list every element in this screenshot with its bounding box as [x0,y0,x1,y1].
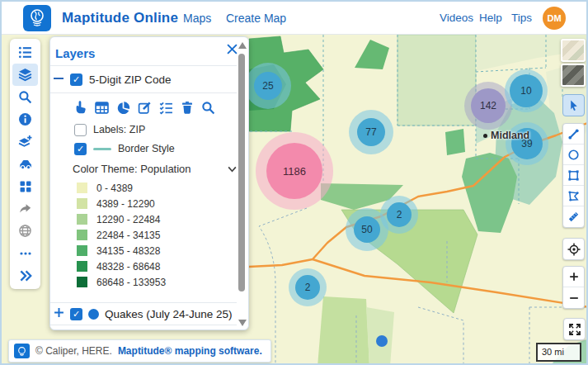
draw-tools-group [562,123,585,228]
city-label-midland: Midland [483,130,529,141]
info-icon[interactable] [12,108,38,130]
list-check-icon[interactable] [159,101,173,118]
cluster-count: 2 [397,209,402,220]
more-options-icon[interactable] [12,242,38,264]
add-layer-icon[interactable] [12,130,38,153]
cluster-count: 10 [520,85,531,97]
app-title: Maptitude Online [62,10,178,26]
quakes-layer-checkbox[interactable] [70,308,82,320]
border-style-row: Border Style [74,141,175,156]
nav-create-map[interactable]: Create Map [226,12,286,25]
expand-layer-icon[interactable] [54,306,64,321]
maptitude-window: 25 142 10 77 39 1186 2 50 2 Midland 30 m… [0,0,588,365]
cluster-count: 1186 [283,165,306,178]
legend-swatch [77,277,87,287]
pointer-icon [567,99,580,111]
share-icon[interactable] [12,197,38,220]
quake-point[interactable] [376,335,388,347]
search-icon[interactable] [12,86,38,108]
delete-icon[interactable] [181,101,194,117]
labels-row: Labels: ZIP [74,122,145,137]
draw-polygon-tool[interactable] [563,186,584,206]
web-globe-icon[interactable] [12,220,38,242]
legend-row: 22484 - 34135 [77,229,160,241]
maptitude-link[interactable]: Maptitude® mapping software. [118,345,262,357]
nav-videos[interactable]: Videos [440,12,473,24]
city-dot [483,134,487,138]
basemap-satellite-thumbnail[interactable] [561,64,586,87]
locate-icon [567,243,581,256]
copyright-text: © Caliper, HERE. [35,345,112,357]
quake-cluster[interactable]: 1186 [256,132,333,210]
nav-help[interactable]: Help [479,12,502,24]
fullscreen-icon [568,323,581,336]
map-scale: 30 mi [536,343,581,362]
scroll-up-icon[interactable] [238,42,247,49]
quake-cluster[interactable]: 2 [289,268,327,306]
draw-rectangle-tool[interactable] [563,165,584,186]
locate-button[interactable] [562,238,585,260]
legend-swatch [77,261,87,272]
layers-panel: Layers 5-Digit ZIP Code Labels: ZIP Bord… [49,36,249,330]
minus-icon [568,292,580,304]
draw-circle-tool[interactable] [563,145,584,165]
legend-row: 0 - 4389 [77,182,133,194]
zoom-out-button[interactable] [563,287,584,308]
zip-layer-name: 5-Digit ZIP Code [89,73,172,86]
measure-ruler-tool[interactable] [563,206,584,227]
nav-tips[interactable]: Tips [511,12,532,24]
search-layer-icon[interactable] [201,101,215,118]
cluster-count: 50 [361,224,372,235]
fullscreen-button[interactable] [563,318,586,340]
panel-title: Layers [55,42,95,64]
legend-list-icon[interactable] [12,41,38,64]
cluster-count: 142 [480,100,496,111]
vehicle-routing-icon[interactable] [12,153,38,175]
pointer-tool-button[interactable] [562,94,585,116]
apps-grid-icon[interactable] [12,175,38,197]
draw-line-tool[interactable] [563,124,584,145]
top-navbar: Maptitude Online Maps Create Map Videos … [2,2,586,35]
collapse-layer-icon[interactable] [54,72,64,87]
plus-icon [568,271,580,282]
scroll-down-icon[interactable] [238,320,247,326]
cluster-count: 25 [262,80,273,92]
quake-cluster[interactable]: 10 [505,69,548,112]
panel-scrollbar[interactable] [237,40,247,328]
zoom-controls [562,266,585,309]
legend-swatch [77,198,87,209]
edit-icon[interactable] [138,101,152,118]
labels-checkbox[interactable] [74,124,87,136]
border-style-checkbox[interactable] [74,143,87,155]
quakes-symbol [88,309,99,320]
zoom-in-button[interactable] [563,267,584,287]
scrollbar-thumb[interactable] [238,54,245,292]
cluster-count: 2 [305,282,311,293]
quake-cluster[interactable]: 39 [506,122,548,165]
border-style-swatch [93,148,111,150]
legend-row: 34135 - 48328 [77,244,160,257]
legend-row: 68648 - 133953 [77,276,166,288]
left-toolbar [10,39,40,289]
legend-swatch [77,182,87,193]
zip-layer-row: 5-Digit ZIP Code [54,69,172,90]
collapse-sidebar-icon[interactable] [12,264,38,287]
quake-cluster[interactable]: 77 [349,110,393,154]
caliper-logo-icon [14,344,30,358]
quakes-layer-row: Quakes (July 24-June 25) [54,305,233,323]
table-icon[interactable] [95,101,109,118]
select-hand-icon[interactable] [73,101,87,118]
cluster-count: 77 [365,126,376,138]
nav-maps[interactable]: Maps [183,12,211,25]
maptitude-logo-icon[interactable] [23,5,51,31]
quake-cluster[interactable]: 25 [245,63,291,109]
basemap-street-thumbnail[interactable] [561,39,586,62]
color-theme-dropdown[interactable]: Color Theme: Population [73,160,238,177]
legend-row: 12290 - 22484 [77,213,160,225]
layers-icon[interactable] [12,64,38,86]
zip-layer-toolbar [73,98,215,120]
pie-chart-icon[interactable] [116,101,130,118]
zip-layer-checkbox[interactable] [70,73,82,86]
quake-cluster[interactable]: 50 [346,208,388,251]
user-avatar[interactable]: DM [543,7,566,30]
